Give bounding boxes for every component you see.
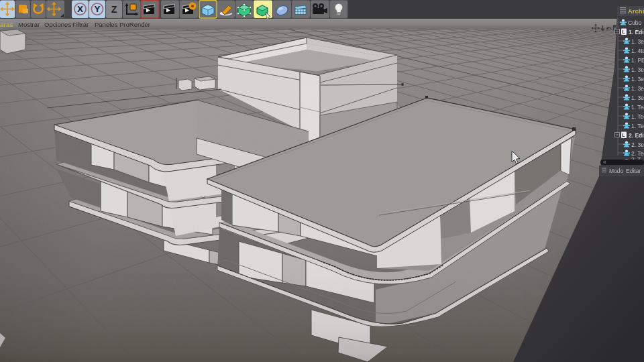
- svg-text:aras: aras: [0, 21, 13, 28]
- svg-text:1. 3er p: 1. 3er p: [631, 66, 644, 73]
- svg-text:X: X: [77, 4, 83, 14]
- svg-text:1. Techo: 1. Techo: [631, 113, 644, 120]
- svg-text:Paneles: Paneles: [95, 21, 118, 28]
- svg-text:1. 3er pi: 1. 3er pi: [631, 95, 644, 101]
- svg-text:L: L: [622, 133, 625, 137]
- svg-text:1. 3er p: 1. 3er p: [631, 38, 644, 45]
- svg-text:2. Edificio: 2. Edificio: [629, 132, 644, 139]
- svg-text:L: L: [622, 29, 625, 34]
- svg-text:2. 3er piso: 2. 3er piso: [631, 141, 644, 148]
- svg-text:Cubo: Cubo: [628, 19, 642, 26]
- svg-text:Editar: Editar: [626, 168, 641, 174]
- svg-text:1. Edificio: 1. Edificio: [629, 29, 644, 36]
- svg-text:Mostrar: Mostrar: [18, 21, 40, 28]
- svg-text:Y: Y: [94, 4, 100, 14]
- svg-text:ProRender: ProRender: [119, 21, 150, 28]
- svg-text:Z: Z: [111, 4, 117, 15]
- svg-text:Filtrar: Filtrar: [72, 21, 89, 28]
- svg-text:1. 3er p: 1. 3er p: [631, 76, 644, 82]
- svg-text:1. Techo: 1. Techo: [631, 104, 644, 111]
- svg-text:Archivo: Archivo: [628, 7, 644, 15]
- svg-text:Modo: Modo: [609, 168, 624, 174]
- svg-text:1. 3er p: 1. 3er p: [631, 85, 644, 92]
- svg-text:1. 4to p: 1. 4to p: [631, 48, 644, 54]
- svg-text:1. PB: 1. PB: [631, 57, 644, 64]
- svg-text:Opciones: Opciones: [44, 21, 71, 28]
- svg-text:1. Techo 2: 1. Techo 2: [631, 123, 644, 129]
